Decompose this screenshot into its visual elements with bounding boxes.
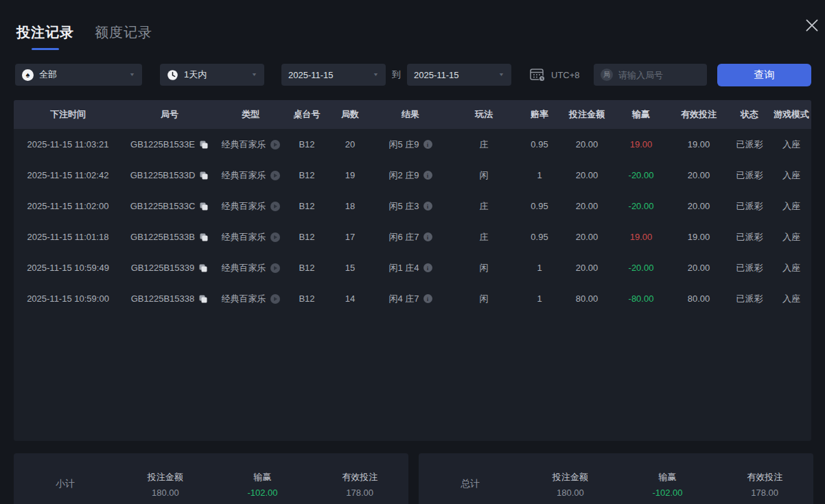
column-header: 局数 — [329, 108, 371, 121]
round-id-cell: GB1225B15339 — [122, 263, 217, 273]
round-count: 18 — [329, 201, 371, 211]
replay-icon[interactable] — [270, 171, 280, 180]
game-mode: 入座 — [771, 262, 811, 274]
table-row[interactable]: 2025-11-15 11:02:00 GB1225B1533C 经典百家乐 B… — [14, 191, 811, 221]
calendar-clock-icon[interactable] — [529, 67, 546, 82]
info-icon[interactable]: i — [423, 171, 432, 180]
round-id: GB1225B15338 — [131, 293, 195, 304]
tab-bet-records[interactable]: 投注记录 — [16, 23, 74, 50]
table-number: B12 — [284, 170, 329, 180]
date-range-to-label: 到 — [392, 69, 401, 81]
status-badge: 已派彩 — [728, 293, 771, 305]
result-cell: 闲6 庄7 i — [371, 231, 450, 243]
stat-label: 输赢 — [619, 471, 717, 483]
query-button[interactable]: 查询 — [717, 64, 811, 86]
table-row[interactable]: 2025-11-15 10:59:00 GB1225B15338 经典百家乐 B… — [14, 283, 811, 314]
bet-time: 2025-11-15 10:59:00 — [14, 293, 122, 304]
date-to-select[interactable]: 2025-11-15 ▼ — [407, 64, 511, 86]
game-mode: 入座 — [771, 200, 811, 213]
stat-label: 输赢 — [214, 471, 312, 483]
result-value: 闲2 庄9 — [388, 169, 419, 182]
status-badge: 已派彩 — [728, 200, 771, 213]
column-header: 类型 — [217, 108, 284, 121]
round-number-field[interactable]: 局 — [594, 64, 707, 86]
win-loss: 19.00 — [612, 139, 670, 149]
spade-icon: ♠ — [22, 69, 34, 81]
odds: 0.95 — [518, 201, 561, 211]
column-header: 桌台号 — [284, 108, 329, 121]
table-number: B12 — [284, 201, 329, 211]
column-header: 赔率 — [518, 108, 561, 121]
round-number-input[interactable] — [618, 70, 700, 80]
win-loss: 19.00 — [612, 232, 670, 242]
table-number: B12 — [284, 293, 329, 304]
stat-value: 180.00 — [117, 488, 214, 498]
chevron-down-icon: ▼ — [251, 72, 257, 77]
game-type: 经典百家乐 — [222, 231, 266, 243]
odds: 1 — [518, 293, 561, 304]
round-count: 17 — [329, 232, 371, 242]
replay-icon[interactable] — [270, 202, 280, 211]
info-icon[interactable]: i — [423, 140, 432, 149]
replay-icon[interactable] — [270, 294, 280, 304]
table-row[interactable]: 2025-11-15 11:03:21 GB1225B1533E 经典百家乐 B… — [14, 129, 811, 160]
round-id-cell: GB1225B1533E — [122, 139, 217, 149]
copy-icon[interactable] — [199, 202, 209, 211]
valid-bet: 20.00 — [670, 170, 728, 180]
total-valid-bet: 有效投注 178.00 — [716, 471, 813, 498]
bet-time: 2025-11-15 11:01:18 — [14, 232, 122, 242]
info-icon[interactable]: i — [423, 202, 432, 211]
info-icon[interactable]: i — [423, 232, 432, 241]
timezone-group: UTC+8 — [529, 67, 580, 82]
date-from-select[interactable]: 2025-11-15 ▼ — [281, 64, 386, 86]
round-id-cell: GB1225B1533D — [122, 170, 217, 180]
column-header: 投注金额 — [561, 108, 612, 121]
subtotal-label: 小计 — [14, 478, 117, 490]
copy-icon[interactable] — [199, 171, 209, 180]
round-count: 20 — [329, 139, 371, 149]
subtotal-win-loss: 输赢 -102.00 — [214, 471, 312, 498]
date-to-value: 2025-11-15 — [414, 70, 459, 80]
game-type-value: 全部 — [39, 69, 57, 81]
copy-icon[interactable] — [198, 294, 208, 304]
column-header: 结果 — [371, 108, 450, 121]
result-cell: 闲5 庄3 i — [371, 200, 450, 213]
round-id: GB1225B15339 — [131, 263, 195, 273]
total-panel: 总计 投注金额 180.00 输赢 -102.00 有效投注 178.00 — [419, 453, 813, 504]
close-icon[interactable] — [803, 16, 821, 34]
round-id: GB1225B1533D — [130, 170, 196, 180]
info-icon[interactable]: i — [423, 263, 432, 272]
valid-bet: 80.00 — [670, 293, 728, 304]
bet-amount: 20.00 — [561, 201, 612, 211]
copy-icon[interactable] — [198, 263, 208, 273]
win-loss: -20.00 — [612, 170, 670, 180]
play-method: 庄 — [450, 139, 518, 151]
round-count: 19 — [329, 170, 371, 180]
table-row[interactable]: 2025-11-15 10:59:49 GB1225B15339 经典百家乐 B… — [14, 252, 811, 283]
round-id: GB1225B1533B — [130, 232, 195, 242]
info-icon[interactable]: i — [423, 294, 432, 303]
status-badge: 已派彩 — [728, 169, 771, 182]
replay-icon[interactable] — [270, 140, 280, 149]
copy-icon[interactable] — [199, 232, 209, 242]
result-cell: 闲5 庄9 i — [371, 139, 450, 151]
game-type-dropdown[interactable]: ♠ 全部 ▼ — [15, 64, 142, 86]
time-range-dropdown[interactable]: 1天内 ▼ — [160, 64, 264, 86]
play-method: 闲 — [450, 293, 518, 305]
game-type: 经典百家乐 — [222, 200, 266, 213]
tab-quota-records[interactable]: 额度记录 — [95, 23, 152, 42]
chevron-down-icon: ▼ — [129, 72, 135, 77]
table-row[interactable]: 2025-11-15 11:02:42 GB1225B1533D 经典百家乐 B… — [14, 160, 811, 191]
table-row[interactable]: 2025-11-15 11:01:18 GB1225B1533B 经典百家乐 B… — [14, 221, 811, 252]
stat-label: 投注金额 — [522, 471, 619, 483]
tab-label: 投注记录 — [16, 23, 74, 42]
replay-icon[interactable] — [270, 232, 280, 242]
filter-bar: ♠ 全部 ▼ 1天内 ▼ 2025-11-15 ▼ 到 2025-11-15 ▼… — [15, 64, 811, 86]
stat-value: -102.00 — [619, 488, 717, 498]
bet-amount: 20.00 — [561, 263, 612, 273]
copy-icon[interactable] — [199, 140, 209, 149]
bet-time: 2025-11-15 10:59:49 — [14, 263, 122, 273]
round-id-cell: GB1225B1533B — [122, 232, 217, 242]
total-label: 总计 — [419, 478, 522, 490]
replay-icon[interactable] — [270, 263, 280, 273]
